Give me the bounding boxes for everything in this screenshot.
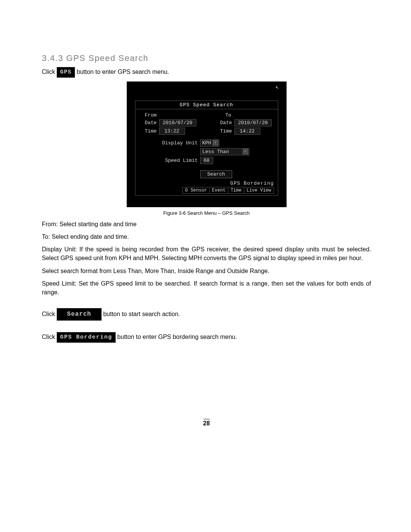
def-to: To: Select ending date and time. [42, 232, 371, 241]
search-button[interactable]: Search [200, 170, 233, 178]
def-from-label: From: [42, 221, 59, 227]
def-to-text: Select ending date and time. [52, 233, 129, 240]
gps-bordering-link[interactable]: GPS Bordering [139, 181, 274, 186]
speed-limit-field[interactable]: 60 [200, 157, 213, 164]
from-time-field[interactable]: 13:22 [159, 128, 185, 135]
from-time-label: Time [142, 128, 157, 134]
gps-button: GPS [57, 67, 75, 78]
def-display-unit-label: Display Unit: [42, 246, 79, 252]
tab-time[interactable]: Time [228, 187, 244, 194]
to-time-label: Time [217, 128, 232, 134]
to-date-label: Date [217, 120, 232, 126]
from-date-field[interactable]: 2010/07/20 [159, 119, 196, 126]
def-from-text: Select starting date and time [59, 221, 137, 227]
condition-value: Less Than [202, 149, 229, 155]
click-search-post: button to start search action. [102, 311, 180, 317]
condition-select[interactable]: Less Than ▾ [200, 148, 249, 155]
click-search-line: Click Search button to start search acti… [42, 308, 371, 321]
to-date-field[interactable]: 2010/07/20 [234, 119, 272, 126]
def-from: From: Select starting date and time [42, 220, 371, 228]
from-label: From [142, 112, 157, 118]
def-format: Select search format from Less Than, Mor… [42, 267, 371, 275]
panel-title: GPS Speed Search [135, 101, 278, 109]
tab-live-view[interactable]: Live View [244, 187, 274, 194]
click-search-pre: Click [42, 311, 57, 317]
click-bordering-post: button to enter GPS bordering search men… [116, 334, 237, 340]
chevron-down-icon: ▾ [213, 140, 218, 145]
def-display-unit-text: If the speed is being recorded from the … [42, 246, 371, 261]
gps-search-screenshot: ↖ GPS Speed Search From To Date 2010/07/… [127, 81, 287, 207]
display-unit-value: KPH [202, 140, 211, 146]
cursor-icon: ↖ [276, 84, 279, 90]
to-time-field[interactable]: 14:22 [234, 128, 260, 135]
def-speed-limit-text: Set the GPS speed limit to be searched. … [42, 280, 371, 296]
def-to-label: To: [42, 233, 52, 240]
display-unit-select[interactable]: KPH ▾ [200, 139, 219, 147]
figure-caption: Figure 3-6 Search Menu – GPS Search [42, 210, 371, 216]
click-bordering-line: Click GPS Bordering button to enter GPS … [42, 332, 371, 343]
section-heading: 3.4.3 GPS Speed Search [42, 53, 371, 63]
def-speed-limit: Speed Limit: Set the GPS speed limit to … [42, 279, 371, 297]
page-number-value: 28 [203, 420, 210, 427]
gps-search-panel: GPS Speed Search From To Date 2010/07/20… [135, 101, 278, 196]
to-label: To [225, 112, 247, 118]
tab-g-sensor[interactable]: G Sensor [182, 187, 210, 194]
from-date-label: Date [142, 120, 157, 126]
click-bordering-pre: Click [42, 334, 57, 340]
intro-post: button to enter GPS search menu. [75, 69, 169, 75]
search-inline-button: Search [57, 308, 102, 321]
tab-event[interactable]: Event [209, 187, 228, 194]
page-number: 28 [42, 419, 371, 427]
chevron-down-icon: ▾ [243, 149, 248, 154]
intro-pre: Click [42, 69, 57, 75]
speed-limit-label: Speed Limit [152, 158, 198, 163]
def-speed-limit-label: Speed Limit: [42, 280, 79, 287]
def-display-unit: Display Unit: If the speed is being reco… [42, 245, 371, 262]
figure: ↖ GPS Speed Search From To Date 2010/07/… [42, 81, 371, 216]
display-unit-label: Display Unit [152, 140, 198, 146]
intro-line: Click GPS button to enter GPS search men… [42, 67, 371, 78]
gps-bordering-inline-button: GPS Bordering [57, 332, 116, 343]
